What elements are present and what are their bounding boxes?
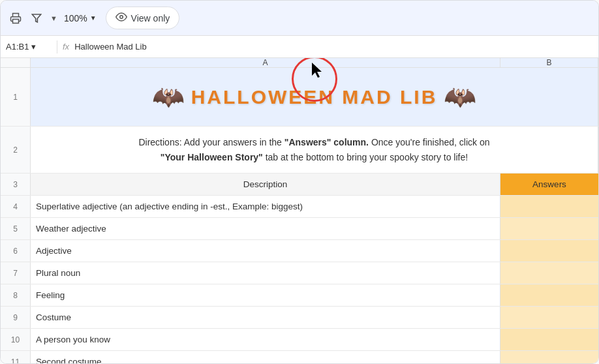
table-row: 4 Superlative adjective (an adjective en… bbox=[1, 196, 598, 218]
table-row: 9 Costume bbox=[1, 307, 598, 329]
description-header: Description bbox=[243, 179, 288, 189]
cell-ref-value: A1:B1 bbox=[6, 42, 29, 52]
table-row: 6 Adjective bbox=[1, 240, 598, 262]
row-num-3: 3 bbox=[1, 174, 31, 195]
formula-divider bbox=[57, 40, 57, 53]
column-headers: A B bbox=[1, 58, 598, 68]
cell-ref-dropdown[interactable]: ▾ bbox=[31, 42, 36, 52]
row-num-6: 6 bbox=[1, 240, 31, 262]
cell-5b[interactable] bbox=[500, 218, 598, 239]
formula-bar: A1:B1 ▾ fx Halloween Mad Lib bbox=[1, 36, 598, 58]
eye-icon bbox=[115, 11, 127, 25]
col-header-a: A bbox=[31, 58, 500, 67]
cell-3b: Answers bbox=[500, 174, 598, 195]
cell-8b[interactable] bbox=[500, 284, 598, 306]
row-num-9: 9 bbox=[1, 307, 31, 328]
cell-4a: Superlative adjective (an adjective endi… bbox=[31, 196, 500, 217]
cell-7a: Plural noun bbox=[31, 262, 500, 284]
cell-9b[interactable] bbox=[500, 307, 598, 328]
table-row: 2 Directions: Add your answers in the "A… bbox=[1, 127, 598, 174]
cell-8a: Feeling bbox=[31, 284, 500, 306]
cell-11b[interactable] bbox=[500, 351, 598, 364]
cell-5a: Weather adjective bbox=[31, 218, 500, 239]
fx-label: fx bbox=[63, 42, 69, 52]
svg-marker-1 bbox=[32, 14, 40, 22]
bat-right-icon: 🦇 bbox=[444, 82, 476, 112]
zoom-dropdown-arrow: ▼ bbox=[90, 14, 97, 22]
table-row: 5 Weather adjective bbox=[1, 218, 598, 240]
row-num-header bbox=[1, 58, 31, 67]
table-row: 8 Feeling bbox=[1, 284, 598, 307]
cell-6b[interactable] bbox=[500, 240, 598, 262]
view-only-button[interactable]: View only bbox=[106, 7, 180, 29]
view-only-label: View only bbox=[131, 13, 170, 23]
row-num-7: 7 bbox=[1, 262, 31, 284]
row-num-11: 11 bbox=[1, 351, 31, 364]
row-num-10: 10 bbox=[1, 329, 31, 350]
zoom-control[interactable]: 100% ▼ bbox=[64, 13, 97, 23]
directions-text: Directions: Add your answers in the "Ans… bbox=[38, 135, 590, 164]
row-num-2: 2 bbox=[1, 127, 31, 173]
row-num-1: 1 bbox=[1, 68, 31, 126]
table-row: 3 Description Answers bbox=[1, 174, 598, 196]
filter-dropdown-arrow[interactable]: ▼ bbox=[50, 14, 57, 22]
cell-10a: A person you know bbox=[31, 329, 500, 350]
cell-3a: Description bbox=[31, 174, 500, 195]
filter-icon[interactable] bbox=[29, 11, 44, 25]
cell-9a: Costume bbox=[31, 307, 500, 328]
row-num-4: 4 bbox=[1, 196, 31, 217]
cell-6a: Adjective bbox=[31, 240, 500, 262]
cell-reference: A1:B1 ▾ bbox=[6, 42, 52, 52]
svg-rect-0 bbox=[13, 19, 19, 23]
svg-point-2 bbox=[119, 16, 123, 19]
formula-content: Halloween Mad Lib bbox=[74, 42, 147, 52]
table-row: 7 Plural noun bbox=[1, 262, 598, 284]
table-row: 1 🦇 HALLOWEEN MAD LIB 🦇 bbox=[1, 68, 598, 127]
table-row: 10 A person you know bbox=[1, 329, 598, 351]
row-num-8: 8 bbox=[1, 284, 31, 306]
print-icon[interactable] bbox=[8, 11, 23, 25]
answers-header: Answers bbox=[532, 179, 566, 189]
spreadsheet: A B 1 🦇 HALLOWEEN MAD LIB 🦇 2 Dir bbox=[1, 58, 598, 364]
cell-11a: Second costume bbox=[31, 351, 500, 364]
cell-10b[interactable] bbox=[500, 329, 598, 350]
row-num-5: 5 bbox=[1, 218, 31, 239]
toolbar: ▼ 100% ▼ View only bbox=[1, 1, 598, 36]
bat-left-icon: 🦇 bbox=[152, 82, 185, 112]
col-header-b: B bbox=[500, 58, 598, 67]
halloween-title: HALLOWEEN MAD LIB bbox=[191, 86, 438, 108]
cell-4b[interactable] bbox=[500, 196, 598, 217]
table-row: 11 Second costume bbox=[1, 351, 598, 364]
zoom-value: 100% bbox=[64, 13, 87, 23]
cell-7b[interactable] bbox=[500, 262, 598, 284]
